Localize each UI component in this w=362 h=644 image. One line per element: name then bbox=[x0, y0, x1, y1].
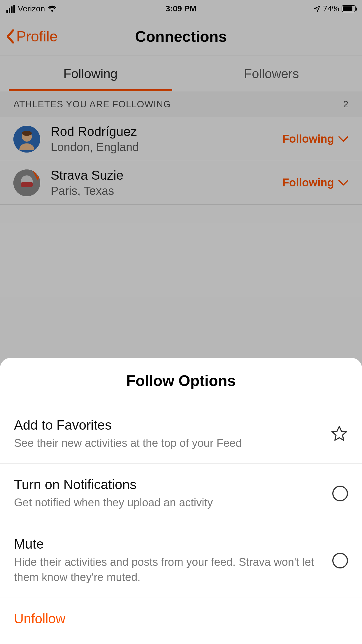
option-title: Add to Favorites bbox=[14, 417, 322, 433]
option-subtitle: See their new activities at the top of y… bbox=[14, 436, 322, 451]
option-subtitle: Hide their activities and posts from you… bbox=[14, 555, 324, 585]
option-mute[interactable]: Mute Hide their activities and posts fro… bbox=[0, 523, 362, 598]
option-title: Turn on Notifications bbox=[14, 477, 324, 492]
radio-unchecked[interactable] bbox=[332, 486, 348, 501]
star-icon[interactable] bbox=[331, 425, 348, 442]
unfollow-button[interactable]: Unfollow bbox=[0, 598, 362, 644]
option-title: Mute bbox=[14, 536, 324, 552]
sheet-title: Follow Options bbox=[0, 372, 362, 404]
option-subtitle: Get notified when they upload an activit… bbox=[14, 495, 324, 510]
option-add-favorites[interactable]: Add to Favorites See their new activitie… bbox=[0, 404, 362, 464]
radio-unchecked[interactable] bbox=[332, 553, 348, 568]
option-notifications[interactable]: Turn on Notifications Get notified when … bbox=[0, 464, 362, 523]
follow-options-sheet: Follow Options Add to Favorites See thei… bbox=[0, 358, 362, 644]
